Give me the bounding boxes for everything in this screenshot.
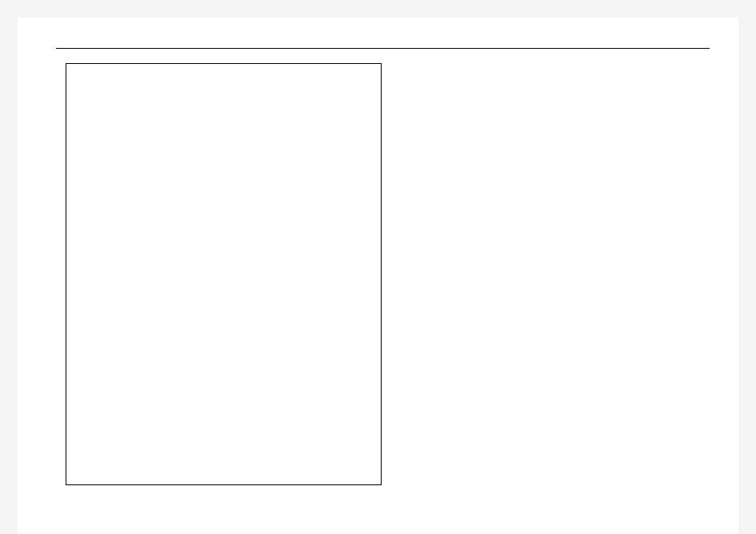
figure-placeholder-box	[66, 63, 382, 485]
document-page	[18, 18, 738, 534]
outer-margin-top	[0, 0, 756, 18]
horizontal-divider	[56, 48, 710, 49]
